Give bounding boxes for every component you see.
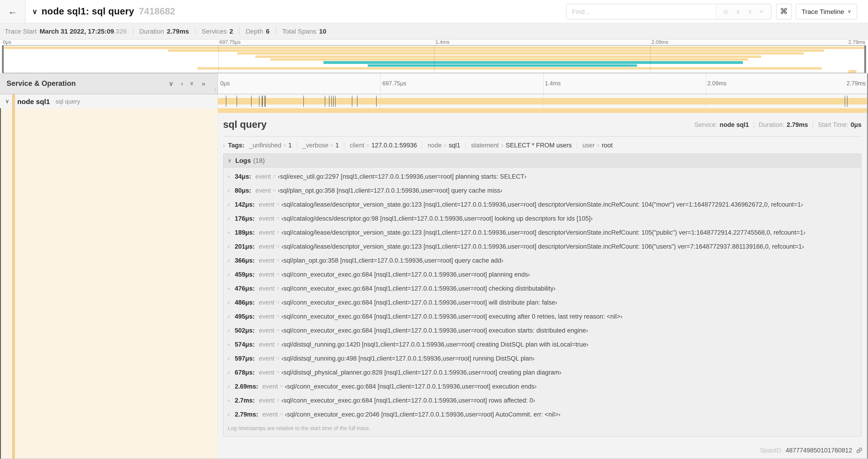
summary-separator — [754, 122, 754, 128]
view-selector-button[interactable]: Trace Timeline ∨ — [796, 3, 857, 19]
log-message: ‹sql/conn_executor_exec.go:684 [nsql1,cl… — [281, 313, 623, 320]
tag-key: user — [582, 142, 595, 149]
expand-all-icon[interactable]: » — [202, 80, 205, 87]
log-message: ‹sql/distsql_running.go:1420 [nsql1,clie… — [281, 341, 588, 348]
minimap-canvas[interactable] — [2, 45, 866, 73]
log-field-name: event — [259, 243, 274, 250]
log-field-name: event — [259, 327, 274, 334]
minimap-tick-labels: 0μs697.75μs1.4ms2.09ms2.79ms — [2, 40, 866, 45]
log-field-name: event — [262, 411, 278, 418]
log-marker-tick — [847, 96, 848, 107]
log-row[interactable]: ›574μs:event=‹sql/distsql_running.go:142… — [223, 337, 861, 351]
log-row[interactable]: ›201μs:event=‹sql/catalog/lease/descript… — [223, 239, 861, 253]
log-row[interactable]: ›502μs:event=‹sql/conn_executor_exec.go:… — [223, 323, 861, 337]
locate-icon[interactable]: ◎ — [723, 8, 728, 15]
log-row[interactable]: ›459μs:event=‹sql/conn_executor_exec.go:… — [223, 267, 861, 281]
page-title: node sql1: sql query — [41, 6, 134, 17]
minimap-tick-label: 1.4ms — [435, 39, 450, 45]
span-row-timeline[interactable] — [218, 94, 868, 108]
find-suffix-buttons: ◎∧∨× — [715, 3, 771, 19]
stat-item: Duration2.79ms — [139, 28, 189, 35]
trace-stats-bar: Trace StartMarch 31 2022, 17:25:09.326Du… — [0, 23, 868, 40]
log-field-name: event — [255, 187, 271, 194]
minimap-right-scrubber[interactable] — [864, 46, 866, 73]
equals-sign: = — [276, 355, 280, 362]
minimap-span-bar — [255, 55, 761, 58]
chevron-right-icon: › — [228, 271, 235, 277]
log-row[interactable]: ›597μs:event=‹sql/distsql_running.go:498… — [223, 351, 861, 365]
equals-sign: = — [280, 411, 283, 418]
logs-header[interactable]: ∨ Logs (18) — [223, 154, 861, 167]
log-marker-tick — [251, 96, 252, 107]
log-row[interactable]: ›678μs:event=‹sql/distsql_physical_plann… — [223, 365, 861, 379]
span-detail-panel: sql query Service:node sql1Duration:2.79… — [218, 108, 868, 459]
log-marker-tick — [226, 96, 226, 107]
equals-sign: = — [276, 201, 280, 207]
selected-span-bar[interactable] — [218, 108, 868, 113]
prev-result-icon[interactable]: ∧ — [736, 8, 740, 15]
next-result-icon[interactable]: ∨ — [748, 8, 752, 15]
log-row[interactable]: ›80μs:event=‹sql/plan_opt.go:358 [nsql1,… — [223, 183, 861, 197]
minimap-span-bar — [323, 61, 743, 64]
log-row[interactable]: ›486μs:event=‹sql/conn_executor_exec.go:… — [223, 295, 861, 309]
chevron-right-icon: › — [228, 314, 235, 319]
tag-item: statement=SELECT * FROM users — [471, 142, 572, 149]
column-resizer-grip[interactable]: ‖ — [214, 87, 216, 92]
timeline-gridline — [543, 73, 544, 94]
log-row[interactable]: ›2.79ms:event=‹sql/conn_executor_exec.go… — [223, 407, 861, 421]
log-row[interactable]: ›142μs:event=‹sql/catalog/lease/descript… — [223, 197, 861, 211]
keyboard-shortcuts-button[interactable]: ⌘ — [776, 3, 792, 19]
log-row[interactable]: ›34μs:event=‹sql/exec_util.go:2297 [nsql… — [223, 169, 861, 183]
log-row[interactable]: ›366μs:event=‹sql/plan_opt.go:358 [nsql1… — [223, 253, 861, 267]
logs-label: Logs — [235, 157, 251, 164]
minimap-gridline — [434, 46, 434, 73]
link-icon[interactable] — [856, 447, 862, 453]
stat-item: Trace StartMarch 31 2022, 17:25:09.326 — [5, 28, 127, 35]
log-row[interactable]: ›2.69ms:event=‹sql/conn_executor_exec.go… — [223, 379, 861, 393]
title-collapse-icon[interactable]: ∨ — [32, 7, 37, 15]
stat-item: Services2 — [202, 28, 233, 35]
log-message: ‹sql/distsql_physical_planner.go:828 [ns… — [281, 369, 562, 376]
chevron-right-icon: › — [228, 341, 235, 347]
stat-item: Total Spans10 — [282, 28, 327, 35]
log-timestamp: 142μs: — [235, 201, 255, 208]
summary-separator — [813, 122, 813, 128]
log-message: ‹sql/plan_opt.go:358 [nsql1,client=127.0… — [281, 257, 503, 264]
stat-value: 6 — [266, 28, 270, 35]
find-input[interactable] — [566, 3, 715, 19]
expand-one-icon[interactable]: › — [181, 80, 183, 87]
minimap-gridline — [218, 46, 219, 73]
span-row-label: ∨ node sql1 sql query — [0, 94, 218, 108]
back-button[interactable]: ← — [0, 0, 26, 23]
log-field-name: event — [259, 397, 274, 404]
log-timestamp: 176μs: — [235, 215, 255, 222]
minimap-span-bar — [270, 58, 748, 61]
log-row[interactable]: ›189μs:event=‹sql/catalog/lease/descript… — [223, 225, 861, 239]
span-bar[interactable] — [218, 98, 868, 104]
log-field-name: event — [259, 299, 274, 306]
log-row[interactable]: ›476μs:event=‹sql/conn_executor_exec.go:… — [223, 281, 861, 295]
log-timestamp: 597μs: — [235, 355, 255, 362]
log-row[interactable]: ›176μs:event=‹sql/catalog/descs/descript… — [223, 211, 861, 225]
log-field-name: event — [259, 271, 274, 278]
span-collapse-icon[interactable]: ∨ — [5, 98, 10, 104]
equals-sign: = — [276, 257, 280, 264]
collapse-one-icon[interactable]: ∨ — [169, 80, 174, 87]
log-row[interactable]: ›2.7ms:event=‹sql/conn_executor_exec.go:… — [223, 393, 861, 407]
minimap-span-bar — [197, 67, 822, 69]
tags-row[interactable]: › Tags: _unfinished=1_verbose=1client=12… — [218, 137, 868, 154]
collapse-all-icon[interactable]: » — [189, 81, 196, 85]
log-timestamp: 2.79ms: — [235, 411, 258, 418]
clear-search-icon[interactable]: × — [760, 8, 763, 15]
command-icon: ⌘ — [780, 6, 788, 16]
log-message: ‹sql/catalog/lease/descriptor_version_st… — [281, 243, 804, 250]
span-service-name: node sql1 — [17, 97, 50, 105]
minimap-tick-label: 2.79ms — [848, 39, 865, 45]
minimap-left-scrubber[interactable] — [2, 46, 4, 73]
equals-sign: = — [276, 229, 280, 236]
log-message: ‹sql/conn_executor_exec.go:684 [nsql1,cl… — [281, 327, 588, 334]
tag-key: statement — [471, 142, 499, 149]
span-row[interactable]: ∨ node sql1 sql query — [0, 94, 868, 108]
log-message: ‹sql/catalog/lease/descriptor_version_st… — [281, 229, 806, 236]
log-row[interactable]: ›495μs:event=‹sql/conn_executor_exec.go:… — [223, 309, 861, 323]
